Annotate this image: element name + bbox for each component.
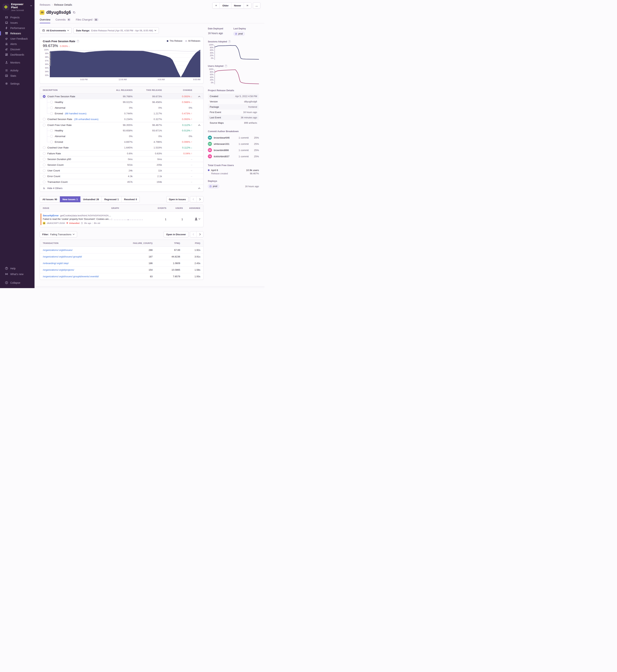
detail-value: 16 hours ago <box>243 111 257 113</box>
open-in-discover-button[interactable]: Open in Discover <box>164 231 188 238</box>
sidebar-item-label: Monitors <box>10 61 20 64</box>
metric-radio[interactable] <box>50 101 53 103</box>
next-page-button[interactable] <box>197 196 203 202</box>
sidebar-item-projects[interactable]: Projects <box>0 15 34 20</box>
metric-radio[interactable] <box>50 106 53 109</box>
metric-issues-link[interactable]: (68 handled issues) <box>65 112 86 115</box>
transaction-link[interactable]: /organizations/:orgId/issues/:groupId/ <box>43 255 125 258</box>
copy-icon[interactable] <box>73 11 75 14</box>
metric-label: Abnormal <box>55 135 65 137</box>
chevron-down-icon <box>30 5 32 6</box>
deploy-env-pill[interactable]: prod <box>208 184 219 188</box>
metric-radio[interactable] <box>50 135 53 137</box>
chevron-up-icon[interactable] <box>198 124 200 126</box>
older-button[interactable]: Older <box>220 3 231 8</box>
tab-overview[interactable]: Overview <box>40 18 50 23</box>
sidebar-item-stats[interactable]: Stats <box>0 73 34 78</box>
metric-radio[interactable] <box>50 140 53 143</box>
table-row-failure-rate: Failure Rate0.6%0.63%0.04% ↑ <box>40 150 203 156</box>
skip-to-first-button[interactable] <box>212 3 220 8</box>
transaction-link[interactable]: /onboarding/:orgId/:step/ <box>43 262 125 265</box>
issues-tab-all-issues[interactable]: All Issues90 <box>40 196 60 202</box>
metric-radio[interactable] <box>43 146 45 149</box>
y-tick-label: 93% <box>43 74 49 76</box>
sidebar-item-alerts[interactable]: Alerts <box>0 41 34 47</box>
col-users: USERS <box>166 207 183 209</box>
metric-all-releases: 0.234% <box>105 118 133 120</box>
metric-radio[interactable] <box>50 129 53 132</box>
metric-radio[interactable] <box>43 158 45 160</box>
issues-pager <box>190 196 203 203</box>
metric-radio[interactable] <box>43 152 45 155</box>
sidebar-item-user-feedback[interactable]: User Feedback <box>0 36 34 41</box>
metric-radio[interactable] <box>43 118 45 120</box>
sidebar-item-settings[interactable]: Settings <box>0 81 34 86</box>
issues-tab-regressed[interactable]: Regressed1 <box>102 196 122 202</box>
help-icon[interactable]: ? <box>76 40 79 43</box>
issue-title-link[interactable]: SecurityError <box>43 214 58 217</box>
breadcrumb-releases[interactable]: Releases <box>40 3 50 6</box>
table-row-crashed-session-rate: Crashed Session Rate(26 unhandled issues… <box>40 116 203 122</box>
sidebar-item-releases[interactable]: Releases <box>0 31 34 36</box>
detail-value[interactable]: 899 artifacts <box>244 121 257 124</box>
sidebar-item-help[interactable]: Help <box>0 266 34 271</box>
commit-authors-list: BBbrownbear6461 commit25%WSwhiteswan3311… <box>208 134 259 159</box>
deploy-time: 16 hours ago <box>245 185 259 188</box>
failure-count: 83 <box>125 275 153 278</box>
metric-label: Session Count <box>47 163 63 166</box>
chevron-up-icon[interactable] <box>198 96 200 97</box>
prev-page-button[interactable] <box>190 196 197 202</box>
newer-button[interactable]: Newer <box>231 3 244 8</box>
help-icon[interactable]: ? <box>225 65 227 67</box>
metric-issues-link[interactable]: (26 unhandled issues) <box>74 118 98 120</box>
skip-to-last-button[interactable] <box>244 3 251 8</box>
sidebar-item-discover[interactable]: Discover <box>0 47 34 52</box>
sidebar-item-activity[interactable]: Activity <box>0 68 34 73</box>
author-percent: 25% <box>253 155 259 158</box>
more-options-button[interactable]: … <box>253 2 260 9</box>
sidebar-item-dashboards[interactable]: Dashboards <box>0 52 34 57</box>
sidebar-item-what-s-new[interactable]: What's new <box>0 271 34 277</box>
issues-tab-new-issues[interactable]: New Issues1 <box>60 196 80 202</box>
metric-change: 0.013% ↑ <box>162 129 192 132</box>
metric-change: 0.473% ↑ <box>162 112 192 115</box>
prev-page-button[interactable] <box>190 232 197 237</box>
open-in-issues-button[interactable]: Open in Issues <box>166 196 188 203</box>
transaction-link[interactable]: /organizations/:orgId/projects/ <box>43 269 125 271</box>
help-icon[interactable]: ? <box>228 40 231 43</box>
transaction-link[interactable]: /organizations/:orgId/issues/:groupId/ev… <box>43 275 125 278</box>
sidebar-item-performance[interactable]: Performance <box>0 25 34 31</box>
assignee-selector[interactable] <box>194 217 200 221</box>
transaction-link[interactable]: /organizations/:orgId/issues/ <box>43 249 125 251</box>
legend-this-release[interactable]: This Release <box>167 40 182 42</box>
author-percent: 25% <box>253 136 259 139</box>
metric-radio[interactable] <box>43 163 45 166</box>
metric-radio[interactable] <box>43 181 45 183</box>
issues-tab-unhandled[interactable]: Unhandled26 <box>80 196 102 202</box>
transactions-filter[interactable]: Filter: Failing Transactions <box>40 231 77 238</box>
metric-radio[interactable] <box>43 169 45 172</box>
last-deploy-env-pill[interactable]: prod <box>233 32 245 36</box>
tab-commits[interactable]: Commits4 <box>55 18 70 23</box>
sidebar-item-monitors[interactable]: Monitors <box>0 60 34 65</box>
sidebar-item-issues[interactable]: Issues <box>0 20 34 25</box>
issues-tab-resolved[interactable]: Resolved0 <box>122 196 140 202</box>
sidebar-item-collapse[interactable]: Collapse <box>0 280 34 286</box>
transactions-pager <box>190 231 203 238</box>
tab-files-changed[interactable]: Files Changed11 <box>76 18 98 23</box>
org-switcher[interactable]: Empower Plant Jane Schmidt <box>0 0 34 15</box>
metric-this-release: 205k <box>133 163 162 166</box>
metric-all-releases: 501k <box>105 163 133 166</box>
metric-radio[interactable] <box>43 175 45 178</box>
hide-others-toggle[interactable]: Hide 4 Others <box>40 185 203 192</box>
date-range-filter[interactable]: Date Range: Entire Release Period (Apr 0… <box>73 27 159 34</box>
chart-legend: This Release All Releases <box>167 40 200 42</box>
metric-radio[interactable] <box>43 95 45 98</box>
legend-all-releases[interactable]: All Releases <box>185 40 200 42</box>
next-page-button[interactable] <box>197 232 203 237</box>
metric-label: User Count <box>47 169 60 172</box>
environment-filter[interactable]: All Environments <box>40 27 72 34</box>
metric-radio[interactable] <box>43 124 45 126</box>
metric-radio[interactable] <box>50 112 53 115</box>
tree-connector <box>47 108 49 108</box>
